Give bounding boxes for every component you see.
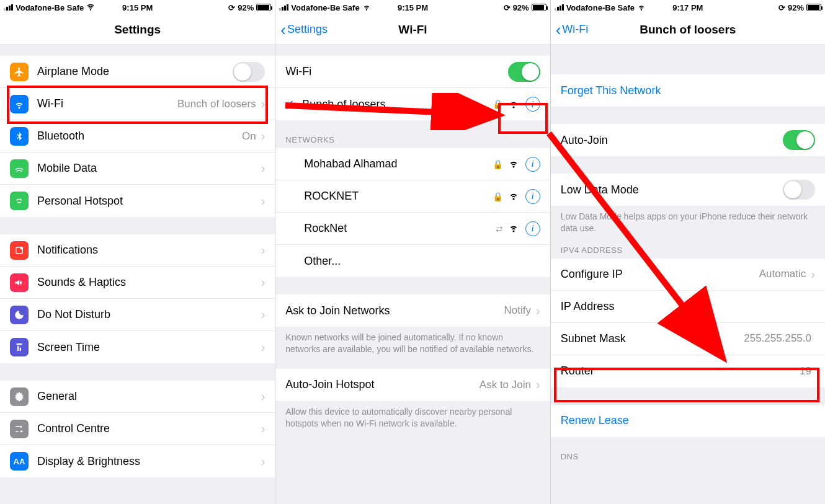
- info-icon[interactable]: i: [525, 157, 540, 172]
- row-ask-to-join[interactable]: Ask to Join Networks Notify ›: [275, 294, 550, 327]
- row-dnd[interactable]: Do Not Disturb ›: [0, 299, 275, 331]
- autojoin-value: Ask to Join: [479, 379, 531, 391]
- notifications-label: Notifications: [37, 244, 260, 257]
- router-value: 19: [800, 365, 811, 378]
- row-hotspot[interactable]: Personal Hotspot ›: [0, 185, 275, 217]
- row-wifi-toggle[interactable]: Wi-Fi: [275, 56, 550, 88]
- lowdata-toggle[interactable]: [783, 180, 815, 200]
- page-title: Settings: [114, 23, 161, 37]
- lock-icon: 🔒: [493, 192, 503, 201]
- orientation-lock-icon: ⟳: [778, 3, 785, 12]
- info-icon[interactable]: i: [525, 97, 540, 112]
- orientation-lock-icon: ⟳: [504, 3, 511, 12]
- checkmark-icon: ✓: [285, 97, 295, 111]
- row-display[interactable]: AA Display & Brightness ›: [0, 445, 275, 477]
- lowdata-label: Low Data Mode: [561, 183, 783, 197]
- hotspot-label: Personal Hotspot: [37, 195, 260, 208]
- configip-label: Configure IP: [561, 268, 759, 281]
- chevron-right-icon: ›: [261, 97, 265, 111]
- chevron-right-icon: ›: [261, 454, 265, 469]
- wifi-toggle[interactable]: [508, 62, 540, 82]
- row-forget-network[interactable]: Forget This Network: [551, 74, 825, 107]
- row-airplane-mode[interactable]: Airplane Mode: [0, 56, 275, 88]
- row-control-centre[interactable]: Control Centre ›: [0, 413, 275, 445]
- wifi-value: Bunch of loosers: [177, 98, 256, 110]
- chevron-right-icon: ›: [261, 275, 265, 290]
- wifi-signal-icon: [508, 222, 519, 235]
- chevron-right-icon: ›: [261, 307, 265, 322]
- row-wifi[interactable]: Wi-Fi Bunch of loosers ›: [0, 88, 275, 120]
- row-network[interactable]: ROCKNET 🔒 i: [275, 180, 550, 213]
- info-icon[interactable]: i: [525, 221, 540, 236]
- row-network[interactable]: RockNet ⇄ i: [275, 213, 550, 245]
- battery-percent: 92%: [238, 3, 254, 12]
- signal-icon: [555, 4, 564, 11]
- carrier: Vodafone-Be Safe: [566, 3, 635, 12]
- autojoin-footer: Allow this device to automatically disco…: [275, 401, 550, 432]
- back-label: Settings: [287, 23, 328, 36]
- row-auto-join[interactable]: Auto-Join: [551, 124, 825, 156]
- wifi-label: Wi-Fi: [37, 97, 177, 110]
- autojoin-toggle[interactable]: [783, 130, 815, 150]
- sounds-icon: [10, 273, 29, 292]
- row-network[interactable]: Mohabad Alhamad 🔒 i: [275, 148, 550, 180]
- wifi-signal-icon: [508, 190, 519, 203]
- row-mobile-data[interactable]: Mobile Data ›: [0, 153, 275, 185]
- row-connected-network[interactable]: ✓ Bunch of loosers 🔒 i: [275, 88, 550, 120]
- network-name: Mohabad Alhamad: [304, 157, 488, 170]
- network-name: RockNet: [304, 222, 491, 235]
- back-button[interactable]: ‹ Wi-Fi: [556, 15, 589, 44]
- ipaddress-label: IP Address: [561, 300, 815, 313]
- row-other-network[interactable]: Other...: [275, 245, 550, 277]
- settings-panel: Vodafone-Be Safe 9:15 PM ⟳ 92% Settings …: [0, 0, 275, 504]
- nav-bar: Settings: [0, 15, 275, 45]
- battery-icon: [256, 4, 271, 11]
- row-screen-time[interactable]: Screen Time ›: [0, 331, 275, 363]
- info-icon[interactable]: i: [525, 189, 540, 204]
- chevron-right-icon: ›: [261, 129, 265, 143]
- bluetooth-icon: [10, 127, 29, 146]
- chevron-right-icon: ›: [811, 267, 815, 281]
- page-title: Wi-Fi: [398, 23, 427, 37]
- connected-network-name: Bunch of loosers: [302, 98, 488, 111]
- chevron-right-icon: ›: [536, 378, 540, 392]
- svg-point-2: [20, 247, 24, 250]
- lock-icon: 🔒: [493, 99, 503, 109]
- ask-label: Ask to Join Networks: [285, 304, 504, 317]
- wifi-status-icon: [637, 2, 646, 13]
- sounds-label: Sounds & Haptics: [37, 276, 260, 289]
- bluetooth-value: On: [242, 130, 256, 143]
- row-auto-join-hotspot[interactable]: Auto-Join Hotspot Ask to Join ›: [275, 369, 550, 401]
- networks-header: NETWORKS: [275, 120, 550, 148]
- airplane-toggle[interactable]: [233, 62, 265, 82]
- chevron-right-icon: ›: [261, 422, 265, 436]
- chevron-right-icon: ›: [261, 194, 265, 208]
- lock-icon: 🔒: [493, 159, 503, 169]
- screen-time-icon: [10, 338, 29, 356]
- lowdata-footer: Low Data Mode helps apps on your iPhone …: [551, 206, 825, 237]
- wifi-icon: [10, 95, 29, 113]
- wifi-signal-icon: [508, 98, 519, 111]
- back-button[interactable]: ‹ Settings: [280, 15, 328, 44]
- row-notifications[interactable]: Notifications ›: [0, 234, 275, 267]
- row-low-data-mode[interactable]: Low Data Mode: [551, 174, 825, 206]
- display-label: Display & Brightness: [37, 455, 260, 468]
- network-details-panel: Vodafone-Be Safe 9:17 PM ⟳ 92% ‹ Wi-Fi B…: [550, 0, 825, 504]
- row-sounds[interactable]: Sounds & Haptics ›: [0, 267, 275, 299]
- row-ip-address: IP Address: [551, 291, 825, 323]
- row-renew-lease[interactable]: Renew Lease: [551, 405, 825, 437]
- configip-value: Automatic: [759, 268, 806, 280]
- control-centre-label: Control Centre: [37, 422, 260, 435]
- row-subnet-mask: Subnet Mask 255.255.255.0: [551, 323, 825, 355]
- row-bluetooth[interactable]: Bluetooth On ›: [0, 120, 275, 153]
- chevron-right-icon: ›: [536, 304, 540, 318]
- battery-icon: [806, 4, 821, 11]
- wifi-panel: Vodafone-Be Safe 9:15 PM ⟳ 92% ‹ Setting…: [275, 0, 550, 504]
- battery-icon: [532, 4, 546, 11]
- battery-percent: 92%: [788, 3, 804, 12]
- airplane-label: Airplane Mode: [37, 65, 233, 78]
- orientation-lock-icon: ⟳: [228, 3, 235, 12]
- row-general[interactable]: General ›: [0, 381, 275, 413]
- mobile-data-icon: [10, 159, 29, 178]
- row-configure-ip[interactable]: Configure IP Automatic ›: [551, 259, 825, 291]
